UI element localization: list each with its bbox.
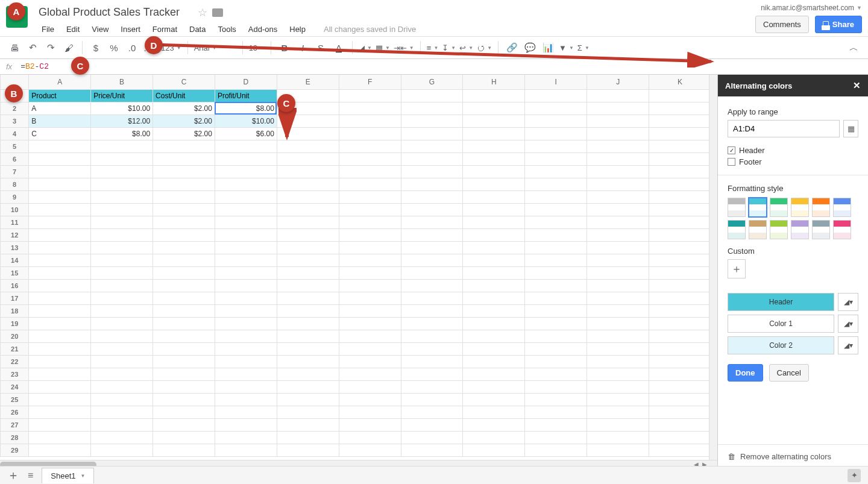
cell[interactable] <box>339 342 401 355</box>
cell[interactable] <box>587 355 649 368</box>
cell[interactable] <box>587 190 649 203</box>
cell[interactable] <box>339 203 401 216</box>
cell[interactable] <box>91 317 153 330</box>
cell[interactable] <box>339 304 401 317</box>
cell[interactable] <box>649 254 711 266</box>
cell[interactable] <box>153 406 215 418</box>
add-custom-style[interactable]: ＋ <box>728 259 746 278</box>
selected-cell[interactable]: $8.00 <box>215 102 277 115</box>
cell[interactable] <box>339 140 401 152</box>
cell[interactable] <box>339 317 401 330</box>
cell[interactable] <box>339 368 401 380</box>
cell[interactable] <box>463 342 525 355</box>
cell[interactable] <box>215 254 277 266</box>
explore-button[interactable]: ✦ <box>848 469 861 482</box>
cell[interactable] <box>401 89 463 102</box>
cell[interactable] <box>525 418 587 431</box>
menu-help[interactable]: Help <box>284 22 311 36</box>
cell[interactable] <box>525 254 587 266</box>
cell[interactable] <box>215 266 277 279</box>
cell[interactable] <box>649 342 711 355</box>
cell[interactable] <box>339 89 401 102</box>
cell[interactable] <box>277 127 339 140</box>
folder-icon[interactable] <box>212 8 223 17</box>
cell[interactable] <box>339 241 401 254</box>
cell[interactable] <box>525 342 587 355</box>
cell[interactable] <box>587 431 649 444</box>
cell[interactable] <box>587 393 649 406</box>
cell[interactable] <box>587 317 649 330</box>
row-head[interactable]: 15 <box>1 266 29 279</box>
cell[interactable] <box>525 317 587 330</box>
cell[interactable] <box>29 292 91 304</box>
cell[interactable] <box>649 140 711 152</box>
cell[interactable] <box>401 380 463 393</box>
cell[interactable] <box>587 178 649 190</box>
row-head[interactable]: 10 <box>1 203 29 216</box>
cell[interactable] <box>91 228 153 241</box>
cell[interactable] <box>29 431 91 444</box>
cell[interactable] <box>91 241 153 254</box>
cell[interactable] <box>587 165 649 178</box>
cell[interactable] <box>215 228 277 241</box>
cell[interactable] <box>401 292 463 304</box>
cell[interactable] <box>649 418 711 431</box>
italic-icon[interactable]: I <box>295 40 310 55</box>
cell[interactable] <box>277 165 339 178</box>
cell[interactable] <box>215 140 277 152</box>
cell[interactable] <box>401 178 463 190</box>
cell[interactable] <box>463 216 525 228</box>
cell[interactable] <box>463 304 525 317</box>
cell[interactable] <box>29 254 91 266</box>
color2-chip[interactable]: Color 2 <box>728 336 834 354</box>
color1-chip[interactable]: Color 1 <box>728 315 834 333</box>
percent-icon[interactable]: % <box>107 40 121 55</box>
comments-button[interactable]: Comments <box>755 16 809 33</box>
style-swatch[interactable] <box>728 198 746 217</box>
cell[interactable] <box>29 190 91 203</box>
style-swatch[interactable] <box>770 220 788 239</box>
close-icon[interactable]: ✕ <box>853 80 861 91</box>
fill-color-icon[interactable]: ◢▼ <box>359 43 372 52</box>
cell[interactable] <box>463 292 525 304</box>
cell[interactable] <box>339 292 401 304</box>
cell[interactable] <box>153 342 215 355</box>
cell[interactable] <box>91 418 153 431</box>
cell[interactable] <box>339 127 401 140</box>
cell[interactable] <box>463 254 525 266</box>
cell[interactable] <box>277 330 339 342</box>
menu-data[interactable]: Data <box>184 22 211 36</box>
cell[interactable] <box>29 393 91 406</box>
cell[interactable] <box>587 418 649 431</box>
cell[interactable] <box>277 406 339 418</box>
cell[interactable] <box>91 152 153 165</box>
cell[interactable] <box>339 178 401 190</box>
cell[interactable]: Profit/Unit <box>215 89 277 102</box>
cell[interactable] <box>339 190 401 203</box>
cell[interactable] <box>277 393 339 406</box>
cell[interactable] <box>525 380 587 393</box>
cell[interactable] <box>587 266 649 279</box>
cell[interactable] <box>525 165 587 178</box>
cell[interactable] <box>587 368 649 380</box>
cell[interactable] <box>153 431 215 444</box>
cell[interactable] <box>401 304 463 317</box>
cell[interactable] <box>339 152 401 165</box>
text-color-icon[interactable]: A <box>332 40 346 55</box>
cell[interactable] <box>153 140 215 152</box>
menu-view[interactable]: View <box>86 22 114 36</box>
cell[interactable] <box>649 279 711 292</box>
cell[interactable] <box>649 368 711 380</box>
cell[interactable] <box>463 140 525 152</box>
cell[interactable] <box>277 304 339 317</box>
cell[interactable] <box>215 216 277 228</box>
cell[interactable] <box>153 165 215 178</box>
style-swatch[interactable] <box>770 198 788 217</box>
cell[interactable] <box>587 152 649 165</box>
cell[interactable] <box>91 203 153 216</box>
cell[interactable] <box>401 115 463 127</box>
cell[interactable] <box>649 241 711 254</box>
share-button[interactable]: Share <box>815 16 862 33</box>
cell[interactable] <box>91 292 153 304</box>
cell[interactable] <box>463 317 525 330</box>
